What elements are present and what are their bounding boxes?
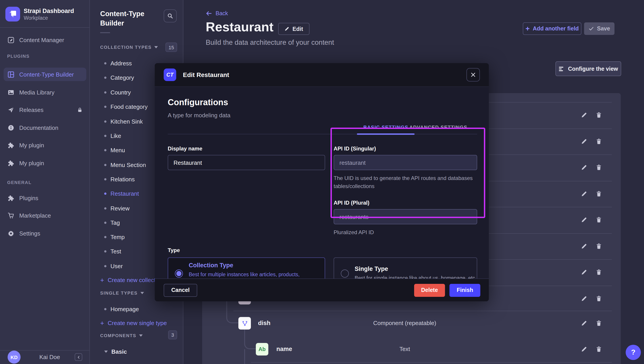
delete-field-button[interactable] xyxy=(594,110,604,120)
api-id-singular-help: The UID is used to generate the API rout… xyxy=(334,174,477,190)
delete-field-button[interactable] xyxy=(594,162,604,173)
sidebar-item-marketplace[interactable]: Marketplace xyxy=(4,209,86,222)
edit-button[interactable]: Edit xyxy=(278,23,309,35)
delete-button[interactable]: Delete xyxy=(414,284,445,297)
cancel-button[interactable]: Cancel xyxy=(164,284,197,297)
edit-field-button[interactable] xyxy=(579,215,590,225)
modal-title: Edit Restaurant xyxy=(183,71,229,78)
sidebar-item-label: Releases xyxy=(19,106,44,113)
configure-view-button[interactable]: Configure the view xyxy=(556,61,621,76)
sidebar-item-my-plugin-1[interactable]: My plugin xyxy=(4,138,86,152)
radio-selected-icon[interactable] xyxy=(175,270,183,278)
sidebar-item-label: Marketplace xyxy=(19,212,51,219)
components-heading[interactable]: COMPONENTS xyxy=(100,333,142,338)
component-item-basic[interactable]: Basic xyxy=(90,346,183,356)
sidebar-item-plugins[interactable]: Plugins xyxy=(4,191,86,205)
sidebar-item-settings[interactable]: Settings xyxy=(4,227,86,240)
page-subtitle: Build the data architecture of your cont… xyxy=(206,39,334,47)
pencil-icon xyxy=(284,27,289,31)
edit-field-button[interactable] xyxy=(579,136,590,147)
collection-types-heading[interactable]: COLLECTION TYPES xyxy=(100,45,158,50)
gear-icon xyxy=(7,230,14,237)
single-item-homepage[interactable]: Homepage xyxy=(90,304,183,314)
row-actions xyxy=(579,318,604,329)
tab-advanced-settings[interactable]: ADVANCED SETTINGS xyxy=(403,120,474,134)
api-id-plural-input[interactable] xyxy=(334,209,477,224)
edit-field-button[interactable] xyxy=(579,241,590,252)
modal-header: CT Edit Restaurant xyxy=(155,63,489,87)
delete-field-button[interactable] xyxy=(594,293,604,304)
collapse-sidebar-button[interactable] xyxy=(75,353,82,361)
delete-field-button[interactable] xyxy=(594,215,604,225)
modal-footer: Cancel Delete Finish xyxy=(155,278,489,301)
trash-icon xyxy=(596,112,602,118)
edit-restaurant-modal: CT Edit Restaurant Configurations A type… xyxy=(155,63,489,301)
sidebar-item-content-manager[interactable]: Content Manager xyxy=(4,33,86,47)
workspace-title: Strapi Dashboard xyxy=(24,7,74,15)
trash-icon xyxy=(596,320,602,326)
pencil-icon xyxy=(581,112,587,118)
radio-unselected-icon[interactable] xyxy=(341,270,349,278)
api-id-singular-input[interactable] xyxy=(334,155,477,170)
create-single-type-link[interactable]: + Create new single type xyxy=(90,318,183,328)
single-type-title: Single Type xyxy=(355,266,476,272)
display-name-input[interactable] xyxy=(168,155,325,170)
delete-field-button[interactable] xyxy=(594,344,604,354)
close-modal-button[interactable] xyxy=(466,68,480,81)
strapi-logo-icon xyxy=(5,7,20,22)
edit-field-button[interactable] xyxy=(579,293,590,304)
field-name: name xyxy=(276,346,292,352)
sidebar-item-media-library[interactable]: Media Library xyxy=(4,86,86,99)
sidebar-item-documentation[interactable]: Documentation xyxy=(4,121,86,134)
content-manager-icon xyxy=(7,36,14,43)
trash-icon xyxy=(596,243,602,249)
trash-icon xyxy=(596,138,602,145)
sidebar-item-label: My plugin xyxy=(19,142,44,148)
chevron-down-icon xyxy=(104,350,108,352)
settings-columns: Display name API ID (Singular) The UID i… xyxy=(168,145,477,236)
back-link[interactable]: Back xyxy=(206,10,228,17)
check-icon xyxy=(588,26,594,31)
delete-field-button[interactable] xyxy=(594,189,604,199)
pencil-icon xyxy=(581,217,587,223)
edit-field-button[interactable] xyxy=(579,110,590,120)
user-name: Kai Doe xyxy=(39,354,60,360)
sidebar-item-label: My plugin xyxy=(19,160,44,166)
api-id-plural-help: Pluralized API ID xyxy=(334,228,477,236)
puzzle-icon xyxy=(7,141,14,149)
delete-field-button[interactable] xyxy=(594,241,604,252)
save-button[interactable]: Save xyxy=(584,22,614,35)
edit-field-button[interactable] xyxy=(579,344,590,354)
row-actions xyxy=(579,344,604,354)
tree-connector xyxy=(244,349,245,364)
edit-field-button[interactable] xyxy=(579,318,590,329)
row-actions xyxy=(579,241,604,252)
api-id-group: API ID (Singular) The UID is used to gen… xyxy=(334,145,477,236)
edit-field-button[interactable] xyxy=(579,267,590,278)
delete-field-button[interactable] xyxy=(594,136,604,147)
sidebar-item-content-type-builder[interactable]: Content-Type Builder xyxy=(4,68,86,81)
help-button[interactable]: ? xyxy=(626,345,641,360)
single-types-heading[interactable]: SINGLE TYPES xyxy=(100,291,144,295)
pencil-icon xyxy=(581,295,587,302)
api-id-singular-label: API ID (Singular) xyxy=(334,145,477,152)
sidebar-item-label: Content-Type Builder xyxy=(19,71,74,78)
content-type-badge: CT xyxy=(164,69,176,81)
edit-field-button[interactable] xyxy=(579,189,590,199)
row-actions xyxy=(579,189,604,199)
sidebar-item-my-plugin-2[interactable]: My plugin xyxy=(4,156,86,170)
plugins-section-label: PLUGINS xyxy=(7,54,30,59)
delete-field-button[interactable] xyxy=(594,267,604,278)
sidebar-item-label: Plugins xyxy=(19,195,38,201)
edit-field-button[interactable] xyxy=(579,162,590,173)
delete-field-button[interactable] xyxy=(594,318,604,329)
lock-icon xyxy=(77,107,83,113)
finish-button[interactable]: Finish xyxy=(450,284,480,297)
user-avatar[interactable]: KD xyxy=(8,350,20,363)
search-button[interactable] xyxy=(164,10,177,22)
add-another-field-button[interactable]: + Add another field xyxy=(523,22,582,35)
general-section-label: GENERAL xyxy=(7,180,32,185)
workspace-subtitle: Workplace xyxy=(24,15,74,21)
component-field-icon xyxy=(238,317,251,329)
sidebar-item-releases[interactable]: Releases xyxy=(4,103,86,116)
